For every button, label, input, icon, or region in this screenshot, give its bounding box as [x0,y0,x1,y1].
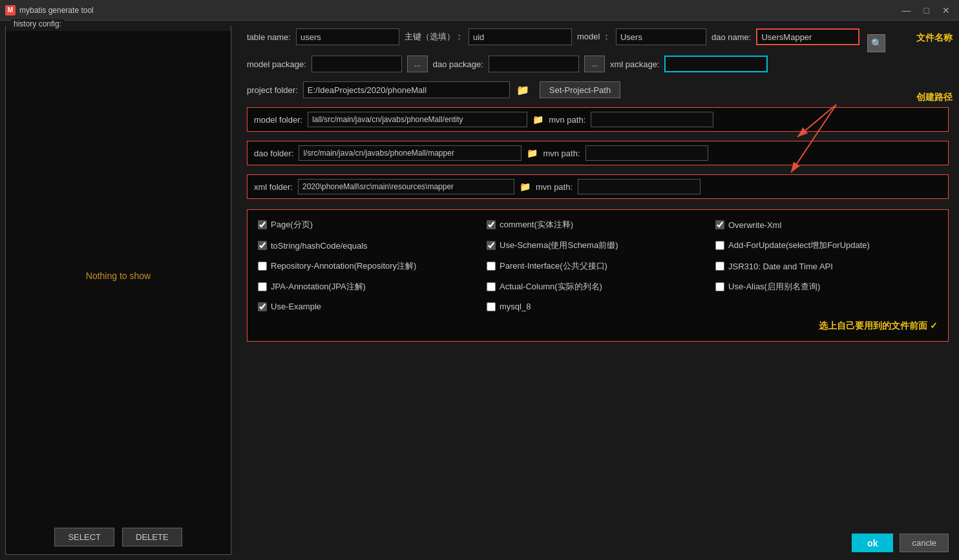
row-packages: model package: ... dao package: ... xml … [247,56,949,72]
checkbox-overwrite: Overwrite-Xml [715,219,938,231]
checkbox-useexample-label: Use-Example [271,302,321,311]
minimize-button[interactable]: — [898,4,915,17]
checkbox-repository: Repository-Annotation(Repository注解) [258,260,480,272]
checkbox-actual-input[interactable] [487,282,496,291]
row-model-folder: model folder: 📁 mvn path: [247,107,949,132]
checkbox-usealias-label: Use-Alias(启用别名查询) [728,281,820,293]
set-project-path-btn[interactable]: Set-Project-Path [540,81,620,98]
checkbox-jpa: JPA-Annotation(JPA注解) [258,281,480,293]
checkbox-tostring-input[interactable] [258,241,267,250]
model-folder-input[interactable] [308,112,527,127]
checkbox-comment: comment(实体注释) [487,219,709,231]
checkbox-parent-label: Parent-Interface(公共父接口) [500,260,607,272]
checkbox-parent: Parent-Interface(公共父接口) [487,260,709,272]
model-folder-icon[interactable]: 📁 [532,114,543,125]
model-package-browse[interactable]: ... [407,56,428,72]
row-table-info: table name: 主键（选填）： model ： dao name: 🔍 [247,28,949,45]
checkbox-usealias: Use-Alias(启用别名查询) [715,281,938,293]
checkbox-page-input[interactable] [258,220,267,229]
checkbox-page-label: Page(分页) [271,219,313,231]
model-folder-label: model folder: [254,115,302,125]
checkbox-comment-label: comment(实体注释) [500,219,573,231]
select-button[interactable]: SELECT [54,528,114,546]
project-folder-input[interactable] [303,81,510,98]
dao-mvn-input[interactable] [585,145,708,161]
model-input[interactable] [616,28,706,45]
dao-folder-input[interactable] [299,145,522,161]
checkbox-comment-input[interactable] [487,220,496,229]
model-package-label: model package: [247,59,306,69]
createpath-annotation: 创建路径 [916,92,953,103]
checkbox-actual: Actual-Column(实际的列名) [487,281,709,293]
checkbox-repository-input[interactable] [258,262,267,271]
dao-folder-label: dao folder: [254,149,293,158]
delete-button[interactable]: DELETE [122,528,182,546]
dao-folder-icon[interactable]: 📁 [527,148,538,158]
checkbox-jsr310: JSR310: Date and Time API [715,260,938,272]
row-project-folder: project folder: 📁 Set-Project-Path [247,81,949,98]
primary-key-input[interactable] [469,28,572,45]
checkbox-tostring-label: toString/hashCode/equals [271,241,368,251]
app-title: mybatis generate tool [19,6,94,15]
sidebar-label: history config: [11,19,64,28]
xml-folder-label: xml folder: [254,182,293,192]
checkbox-jpa-label: JPA-Annotation(JPA注解) [271,281,366,293]
checkbox-useexample: Use-Example [258,302,480,311]
model-package-input[interactable] [311,56,402,72]
checkbox-schema-input[interactable] [487,241,496,250]
dao-name-input[interactable] [756,28,859,45]
bottom-buttons: ok cancle [247,527,949,552]
window-controls: — □ ✕ [898,4,954,17]
xml-folder-input[interactable] [298,179,514,194]
select-files-annotation: 选上自己要用到的文件前面 ✓ [487,320,938,332]
table-name-label: table name: [247,32,291,42]
maximize-button[interactable]: □ [920,4,933,17]
history-sidebar: history config: Nothing to show SELECT D… [5,26,231,555]
dao-package-browse[interactable]: ... [584,56,605,72]
xml-folder-icon[interactable]: 📁 [520,181,531,192]
checkbox-mysql8-input[interactable] [487,302,496,311]
checkbox-parent-input[interactable] [487,262,496,271]
checkbox-schema: Use-Schema(使用Schema前缀) [487,240,709,251]
checkbox-jsr310-input[interactable] [715,262,724,271]
row-dao-folder: dao folder: 📁 mvn path: [247,141,949,165]
checkbox-addforupdate-input[interactable] [715,241,724,250]
checkbox-actual-label: Actual-Column(实际的列名) [500,281,602,293]
cancel-button[interactable]: cancle [900,534,949,552]
checkbox-overwrite-label: Overwrite-Xml [728,220,781,230]
ok-button[interactable]: ok [852,534,893,552]
right-panel: table name: 主键（选填）： model ： dao name: 🔍 … [237,21,959,560]
dao-mvn-label: mvn path: [543,149,580,158]
xml-mvn-label: mvn path: [536,182,573,192]
xml-package-input[interactable] [664,56,768,72]
model-label: model ： [577,31,611,43]
checkbox-useexample-input[interactable] [258,302,267,311]
checkbox-overwrite-input[interactable] [715,220,724,229]
checkbox-addforupdate-label: Add-ForUpdate(select增加ForUpdate) [728,240,870,251]
sidebar-buttons: SELECT DELETE [6,520,231,554]
xml-package-label: xml package: [610,59,660,69]
checkbox-mysql8-label: mysql_8 [500,302,531,311]
checkbox-repository-label: Repository-Annotation(Repository注解) [271,260,416,272]
model-mvn-label: mvn path: [549,115,585,125]
folder-browse-icon[interactable]: 📁 [516,84,529,96]
filename-annotation: 文件名称 [916,32,953,44]
sidebar-content: Nothing to show [6,31,231,520]
search-button[interactable]: 🔍 [867,34,885,52]
checkbox-jpa-input[interactable] [258,282,267,291]
checkbox-tostring: toString/hashCode/equals [258,240,480,251]
title-bar: M mybatis generate tool — □ ✕ [0,0,959,21]
main-content: history config: Nothing to show SELECT D… [0,21,959,560]
row-xml-folder: xml folder: 📁 mvn path: [247,174,949,199]
xml-mvn-input[interactable] [578,179,701,194]
dao-name-label: dao name: [711,32,751,42]
checkbox-usealias-input[interactable] [715,282,724,291]
project-folder-label: project folder: [247,85,298,95]
model-mvn-input[interactable] [591,112,713,127]
dao-package-input[interactable] [489,56,579,72]
checkbox-addforupdate: Add-ForUpdate(select增加ForUpdate) [715,240,938,251]
options-area: Page(分页) comment(实体注释) Overwrite-Xml toS… [247,209,949,342]
table-name-input[interactable] [296,28,399,45]
checkbox-mysql8: mysql_8 [487,302,709,311]
close-button[interactable]: ✕ [938,4,954,17]
